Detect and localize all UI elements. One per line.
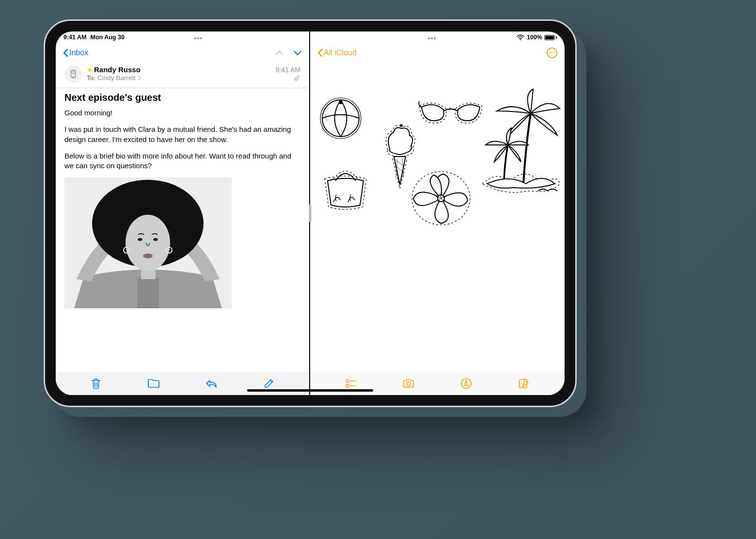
status-time: 9:41 AM <box>63 34 86 41</box>
svg-point-31 <box>407 382 410 386</box>
sketch-palm-trees[interactable] <box>480 87 562 198</box>
status-bar-right: 100% <box>310 32 565 43</box>
multitask-dots-icon[interactable] <box>427 34 436 41</box>
body-paragraph: Good morning! <box>64 108 300 118</box>
battery-percent: 100% <box>527 34 542 41</box>
trash-button[interactable] <box>90 377 102 390</box>
message-time: 9:41 AM <box>276 66 300 74</box>
mail-app: 9:41 AM Mon Aug 30 Inbox <box>56 32 310 395</box>
svg-point-27 <box>346 380 349 382</box>
status-date: Mon Aug 30 <box>90 34 124 41</box>
svg-point-19 <box>339 100 343 104</box>
svg-point-20 <box>400 124 403 127</box>
screen: 9:41 AM Mon Aug 30 Inbox <box>56 32 565 395</box>
back-to-inbox-button[interactable]: Inbox <box>63 48 88 57</box>
wifi-icon <box>517 34 524 40</box>
svg-point-7 <box>153 238 158 241</box>
sketch-sunglasses[interactable] <box>417 96 485 130</box>
split-view-handle[interactable] <box>309 205 312 222</box>
svg-point-16 <box>553 52 555 54</box>
svg-point-15 <box>551 52 553 54</box>
svg-point-29 <box>346 384 349 387</box>
status-bar-left: 9:41 AM Mon Aug 30 <box>56 32 309 43</box>
attached-photo[interactable] <box>64 177 232 308</box>
markup-button[interactable] <box>460 377 472 390</box>
more-options-button[interactable] <box>546 47 558 59</box>
ipad-device: 9:41 AM Mon Aug 30 Inbox <box>44 19 577 407</box>
svg-point-8 <box>143 254 153 258</box>
notes-navbar: All iCloud <box>310 43 565 63</box>
recipient-name[interactable]: Cindy Barrett <box>97 74 136 81</box>
mail-navbar: Inbox <box>56 43 309 63</box>
svg-point-6 <box>138 238 142 241</box>
compose-button[interactable] <box>263 377 275 390</box>
move-folder-button[interactable] <box>147 377 160 390</box>
back-label: Inbox <box>69 48 88 57</box>
new-note-button[interactable] <box>518 377 530 390</box>
battery-icon <box>544 35 557 40</box>
home-indicator[interactable] <box>247 389 373 392</box>
svg-point-1 <box>72 71 75 74</box>
reply-button[interactable] <box>205 377 218 390</box>
message-subject: Next episode's guest <box>64 92 300 103</box>
camera-button[interactable] <box>402 377 415 390</box>
svg-point-32 <box>461 379 471 388</box>
sender-name[interactable]: Randy Russo <box>94 65 141 74</box>
to-label: To: <box>87 74 95 81</box>
notes-app: 100% All iCloud <box>310 32 565 395</box>
svg-point-14 <box>549 52 551 54</box>
sketch-beach-bag[interactable] <box>319 159 372 213</box>
message-header: ★ Randy Russo 9:41 AM To: Cindy Barrett <box>56 63 309 88</box>
checklist-button[interactable] <box>345 377 357 390</box>
note-canvas[interactable] <box>310 63 565 372</box>
message-body: Next episode's guest Good morning! I was… <box>56 88 309 372</box>
vip-star-icon: ★ <box>87 66 93 74</box>
sketch-flower[interactable] <box>410 169 472 227</box>
multitask-dots-icon[interactable] <box>194 34 203 41</box>
previous-message-button[interactable] <box>274 49 284 56</box>
attachment-icon[interactable] <box>294 75 300 81</box>
back-to-all-icloud-button[interactable]: All iCloud <box>317 48 357 57</box>
body-paragraph: I was put in touch with Clara by a mutua… <box>64 125 300 144</box>
details-chevron-icon[interactable] <box>138 76 142 80</box>
sketch-beach-ball[interactable] <box>319 96 362 140</box>
svg-point-5 <box>126 215 170 271</box>
next-message-button[interactable] <box>293 49 302 56</box>
svg-point-17 <box>322 100 359 137</box>
body-paragraph: Below is a brief bio with more info abou… <box>64 151 300 171</box>
svg-point-12 <box>520 39 521 40</box>
back-label: All iCloud <box>324 48 357 57</box>
sender-avatar[interactable] <box>64 65 82 83</box>
